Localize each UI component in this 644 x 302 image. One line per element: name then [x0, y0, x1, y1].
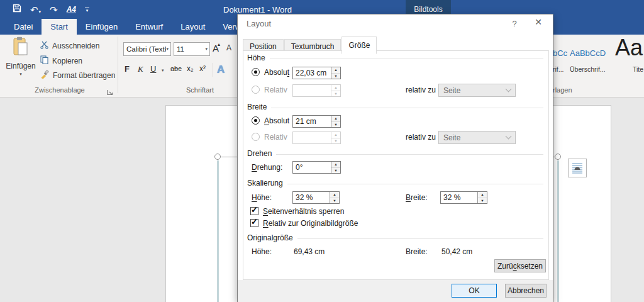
- height-absolute-radio[interactable]: [252, 68, 260, 76]
- italic-button[interactable]: K: [138, 64, 143, 74]
- height-absolute-label[interactable]: Absolut: [264, 68, 289, 77]
- checkmark-icon: ✓: [251, 217, 258, 226]
- relative-original-checkbox[interactable]: ✓: [250, 219, 258, 227]
- word-window: ↶ ▾ ↷ A4 ▾ Dokument1 - Word Bildtools Da…: [0, 0, 644, 302]
- cancel-button[interactable]: Abbrechen: [505, 284, 547, 298]
- height-absolute-value: 22,03 cm: [293, 67, 331, 79]
- reset-button[interactable]: Zurücksetzen: [494, 259, 546, 272]
- spin-up-icon: ▲: [331, 162, 340, 168]
- paste-button[interactable]: Einfügen ▾: [4, 36, 38, 87]
- rotation-spinbox[interactable]: 0° ▲▼: [292, 161, 341, 174]
- underline-button[interactable]: U: [150, 64, 156, 74]
- spin-up-icon: ▲: [331, 67, 340, 74]
- cut-button[interactable]: Ausschneiden: [40, 41, 99, 51]
- grow-font-caret-icon: ▴: [218, 42, 220, 47]
- contextual-tab-label[interactable]: Bildtools: [406, 5, 451, 14]
- original-height-value: 69,43 cm: [294, 247, 325, 256]
- rotation-value: 0°: [293, 162, 331, 173]
- width-relative-to-value: Seite: [443, 133, 506, 142]
- font-size-combo[interactable]: 11 ▾: [174, 42, 210, 56]
- text-effects-button[interactable]: A: [217, 64, 225, 76]
- spin-down-icon: ▼: [331, 74, 340, 79]
- selection-handle-top-right[interactable]: [555, 154, 561, 160]
- grow-font-button[interactable]: A▴: [213, 42, 220, 53]
- undo-dropdown-icon[interactable]: ▾: [39, 9, 42, 14]
- layout-dialog: Layout ? ✕ Position Textumbruch Größe Hö…: [237, 14, 553, 302]
- checkmark-icon: ✓: [251, 205, 258, 215]
- scale-height-spinbox[interactable]: 32 % ▲▼: [292, 191, 340, 204]
- dialog-footer: OK Abbrechen: [238, 280, 553, 302]
- format-painter-button[interactable]: Format übertragen: [40, 70, 115, 81]
- tab-entwurf[interactable]: Entwurf: [126, 19, 172, 35]
- format-painter-label: Format übertragen: [53, 71, 115, 80]
- save-icon[interactable]: [13, 4, 21, 15]
- tab-datei[interactable]: Datei: [5, 19, 42, 35]
- redo-icon[interactable]: ↷: [50, 5, 58, 14]
- bold-button[interactable]: F: [125, 64, 130, 74]
- original-width-label: Breite:: [406, 247, 428, 256]
- help-icon[interactable]: ?: [508, 19, 521, 28]
- font-size-value: 11: [174, 45, 205, 53]
- clipboard-dialog-launcher-icon[interactable]: [107, 87, 113, 98]
- width-absolute-radio[interactable]: [252, 116, 260, 125]
- height-relative-to-label: relativ zu: [406, 86, 436, 94]
- spin-down-icon: ▼: [478, 198, 487, 204]
- height-relative-radio[interactable]: [252, 86, 260, 94]
- styles-qat-icon[interactable]: A4: [67, 5, 76, 14]
- scale-section-title: Skalierung: [247, 179, 283, 187]
- spin-down-icon: ▼: [331, 168, 340, 174]
- size-tab-panel: Höhe Absolut 22,03 cm ▲▼ Relativ ▲▼ rela…: [243, 50, 549, 280]
- ok-button[interactable]: OK: [452, 284, 497, 298]
- width-relative-spinbox: ▲▼: [292, 131, 341, 144]
- dialog-tab-groesse[interactable]: Größe: [341, 36, 377, 54]
- width-relative-to-label: relativ zu: [406, 133, 436, 142]
- height-relative-to-value: Seite: [443, 86, 506, 95]
- subscript-button[interactable]: x₂: [187, 64, 194, 73]
- spin-down-icon: ▼: [331, 138, 340, 144]
- style-item-heading2[interactable]: AaBbCcD: [570, 48, 606, 58]
- copy-button[interactable]: Kopieren: [40, 55, 82, 66]
- style-item-title[interactable]: Aa: [615, 35, 643, 61]
- width-section-header: Breite: [247, 103, 543, 111]
- lock-aspect-checkbox[interactable]: ✓: [250, 207, 258, 215]
- selection-handle-top-left[interactable]: [214, 154, 221, 160]
- quick-access-toolbar: ↶ ▾ ↷ A4 ▾: [13, 0, 89, 19]
- height-relative-to-dropdown: Seite: [438, 84, 516, 97]
- scale-width-label: Breite:: [406, 193, 428, 202]
- superscript-button[interactable]: x²: [199, 64, 206, 73]
- strikethrough-button[interactable]: abc: [170, 65, 182, 72]
- chevron-down-icon: [506, 86, 512, 92]
- width-relative-radio[interactable]: [252, 133, 260, 141]
- copy-label: Kopieren: [52, 57, 82, 65]
- width-absolute-spinbox[interactable]: 21 cm ▲▼: [292, 115, 341, 128]
- customize-qat-icon[interactable]: ▾: [85, 8, 89, 12]
- rotate-section-header: Drehen: [247, 149, 543, 158]
- height-absolute-spinbox[interactable]: 22,03 cm ▲▼: [292, 67, 341, 79]
- spin-up-icon: ▲: [331, 132, 340, 138]
- tab-layout[interactable]: Layout: [172, 19, 214, 35]
- close-icon[interactable]: ✕: [531, 17, 546, 27]
- width-relative-to-dropdown: Seite: [438, 131, 516, 144]
- tab-start[interactable]: Start: [42, 19, 76, 35]
- shrink-font-button[interactable]: A: [226, 43, 231, 52]
- font-size-dropdown-icon: ▾: [205, 47, 209, 52]
- style-item-heading1[interactable]: bCc: [553, 48, 567, 58]
- height-section-header: Höhe: [247, 53, 543, 62]
- scale-width-spinbox[interactable]: 32 % ▲▼: [440, 191, 487, 204]
- scissors-icon: [40, 41, 48, 51]
- lock-aspect-label[interactable]: Seitenverhältnis sperren: [263, 207, 344, 216]
- tab-einfuegen[interactable]: Einfügen: [77, 19, 126, 35]
- spin-up-icon: ▲: [331, 85, 340, 91]
- underline-dropdown-icon[interactable]: ▾: [162, 68, 164, 73]
- original-size-section-title: Originalgröße: [247, 233, 293, 242]
- scale-section-header: Skalierung: [247, 179, 543, 187]
- width-absolute-label[interactable]: Absolut: [264, 116, 289, 125]
- scale-height-value: 32 %: [293, 192, 330, 203]
- undo-icon[interactable]: ↶: [30, 5, 38, 14]
- paste-dropdown-icon: ▾: [19, 72, 22, 77]
- font-name-combo[interactable]: Calibri (Textk ▾: [123, 42, 171, 56]
- layout-options-button[interactable]: [568, 159, 587, 177]
- relative-original-label[interactable]: Relativ zur Originalbildgröße: [263, 219, 358, 228]
- style-item-heading2-label: Überschrif...: [570, 65, 606, 73]
- format-painter-icon: [40, 70, 49, 81]
